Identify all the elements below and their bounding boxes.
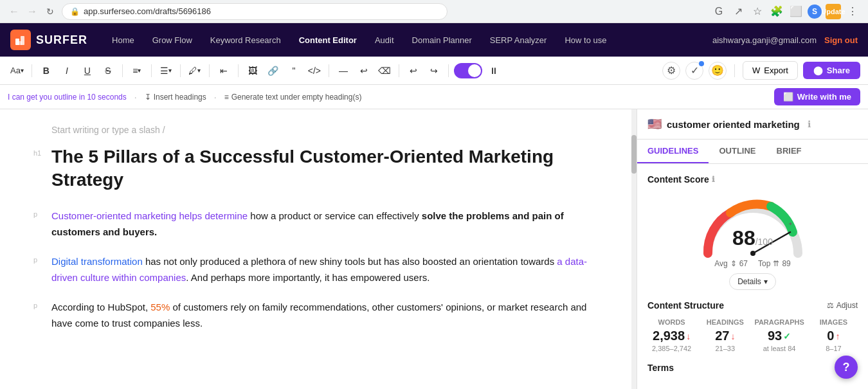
lock-icon: 🔒: [70, 7, 80, 16]
indent-btn[interactable]: ⇤: [215, 62, 233, 80]
top-nav: SURFER Home Grow Flow Keyword Research C…: [0, 23, 868, 57]
link-55-percent[interactable]: 55%: [150, 302, 170, 312]
mode-toggle[interactable]: [454, 63, 482, 78]
nav-content-editor[interactable]: Content Editor: [290, 23, 366, 57]
font-size-btn[interactable]: Aa ▾: [8, 62, 26, 80]
nav-serp-analyzer[interactable]: SERP Analyzer: [481, 23, 556, 57]
align-btn[interactable]: ≡ ▾: [128, 62, 146, 80]
para-marker-3: p: [33, 302, 37, 309]
paragraph-3: p According to HubSpot, 55% of customers…: [51, 299, 598, 332]
help-button[interactable]: ?: [835, 356, 858, 379]
forward-button[interactable]: →: [26, 5, 39, 18]
highlight-btn[interactable]: 🖊 ▾: [186, 62, 204, 80]
svg-text:✦: ✦: [788, 221, 792, 227]
reload-button[interactable]: ↻: [44, 5, 57, 18]
nav-audit[interactable]: Audit: [366, 23, 403, 57]
nav-domain-planner[interactable]: Domain Planner: [403, 23, 481, 57]
toolbar-right: ⚙ ✓ 🙂 W Export ⬤ Share: [662, 61, 860, 80]
nav-keyword-research[interactable]: Keyword Research: [201, 23, 290, 57]
tab-guidelines[interactable]: GUIDELINES: [637, 140, 709, 163]
para-marker-2: p: [33, 256, 37, 264]
nav-grow-flow[interactable]: Grow Flow: [143, 23, 201, 57]
hr-btn[interactable]: —: [334, 62, 352, 80]
extension-icon[interactable]: 🧩: [769, 4, 784, 19]
para-text-1[interactable]: Customer-oriented marketing helps determ…: [51, 208, 598, 240]
details-button[interactable]: Details ▾: [729, 273, 776, 290]
italic-btn[interactable]: I: [58, 62, 76, 80]
scrollbar-track[interactable]: [631, 109, 637, 389]
code-btn[interactable]: </>: [305, 62, 323, 80]
window-icon[interactable]: ⬜: [788, 4, 804, 19]
divider-9: [448, 64, 449, 77]
article-title[interactable]: The 5 Pillars of a Successful Customer-O…: [51, 145, 598, 192]
google-icon[interactable]: G: [711, 4, 727, 19]
para-text-2[interactable]: Digital transformation has not only prod…: [51, 253, 598, 286]
list-btn[interactable]: ☰ ▾: [157, 62, 175, 80]
link-btn[interactable]: 🔗: [264, 62, 282, 80]
insert-headings-action[interactable]: ↧ Insert headings: [145, 93, 206, 102]
outline-suggestion[interactable]: I can get you outline in 10 seconds: [8, 93, 127, 102]
nav-how-to-use[interactable]: How to use: [556, 23, 615, 57]
star-icon[interactable]: ☆: [750, 4, 765, 19]
keyword-label: customer oriented marketing: [667, 119, 800, 130]
nav-items: Home Grow Flow Keyword Research Content …: [103, 23, 712, 57]
share-browser-icon[interactable]: ↗: [730, 4, 746, 19]
underline-btn[interactable]: U: [78, 62, 96, 80]
divider-10: [734, 64, 735, 77]
tab-brief[interactable]: BRIEF: [766, 140, 812, 163]
logo[interactable]: SURFER: [10, 30, 87, 50]
info-icon[interactable]: ℹ: [808, 119, 811, 129]
nav-home[interactable]: Home: [103, 23, 143, 57]
image-btn[interactable]: 🖼: [244, 62, 262, 80]
nav-signout[interactable]: Sign out: [824, 35, 858, 45]
generate-text-icon: ≡: [224, 93, 229, 102]
generate-text-action[interactable]: ≡ Generate text under empty heading(s): [224, 93, 362, 102]
address-bar[interactable]: 🔒 app.surferseo.com/drafts/5696186: [62, 3, 448, 20]
structure-header: Content Structure ⚖ Adjust: [647, 300, 858, 311]
redo-btn[interactable]: ↪: [425, 62, 443, 80]
update-button[interactable]: Update: [826, 4, 841, 19]
struct-headings-value: 27 ↓: [701, 329, 749, 343]
divider-6: [238, 64, 239, 77]
link-customer-oriented[interactable]: Customer-oriented marketing helps determ…: [51, 210, 250, 221]
url-text: app.surferseo.com/drafts/5696186: [84, 6, 211, 16]
content-score-info[interactable]: ℹ: [712, 175, 715, 184]
toolbar: Aa ▾ B I U S ≡ ▾ ☰ ▾ 🖊 ▾ ⇤ 🖼 🔗 " </> — ↩…: [0, 57, 868, 85]
toggle-group: ⏸: [454, 62, 503, 80]
chevron-down-icon: ▾: [764, 277, 768, 286]
strikethrough-btn[interactable]: S: [99, 62, 117, 80]
return-btn[interactable]: ↩: [355, 62, 373, 80]
clear-btn[interactable]: ⌫: [375, 62, 393, 80]
smiley-icon[interactable]: 🙂: [709, 62, 727, 80]
settings-icon[interactable]: ⚙: [662, 62, 680, 80]
menu-icon[interactable]: ⋮: [845, 4, 860, 19]
struct-headings-label: HEADINGS: [701, 318, 749, 326]
tab-outline[interactable]: OUTLINE: [709, 140, 766, 163]
profile-icon[interactable]: S: [808, 5, 822, 19]
struct-headings: HEADINGS 27 ↓ 21–33: [701, 318, 749, 352]
struct-words-range: 2,385–2,742: [647, 345, 696, 352]
adjust-icon: ⚖: [827, 301, 834, 310]
svg-point-4: [750, 251, 755, 256]
pause-btn[interactable]: ⏸: [485, 62, 503, 80]
struct-headings-range: 21–33: [701, 345, 749, 352]
quote-btn[interactable]: ": [285, 62, 303, 80]
editor-area[interactable]: Start writing or type a slash / h1 The 5…: [0, 109, 637, 389]
write-with-me-button[interactable]: ⬜ Write with me: [774, 88, 860, 105]
back-button[interactable]: ←: [8, 5, 21, 18]
gauge-score: 88/100: [732, 226, 773, 250]
check-icon[interactable]: ✓: [685, 62, 703, 80]
insert-headings-icon: ↧: [145, 93, 151, 102]
terms-header: Terms ⚖: [647, 363, 858, 373]
logo-icon: [10, 30, 31, 50]
bold-btn[interactable]: B: [37, 62, 55, 80]
share-button[interactable]: ⬤ Share: [803, 62, 860, 79]
panel-content: Content Score ℹ: [637, 164, 868, 389]
link-digital-transformation[interactable]: Digital transformation: [51, 256, 143, 267]
export-button[interactable]: W Export: [743, 61, 798, 80]
panel-tabs: GUIDELINES OUTLINE BRIEF: [637, 140, 868, 164]
struct-paragraphs-value: 93 ✓: [754, 329, 804, 343]
undo-btn[interactable]: ↩: [404, 62, 422, 80]
para-text-3[interactable]: According to HubSpot, 55% of customers r…: [51, 299, 598, 332]
adjust-button[interactable]: ⚖ Adjust: [827, 301, 858, 310]
